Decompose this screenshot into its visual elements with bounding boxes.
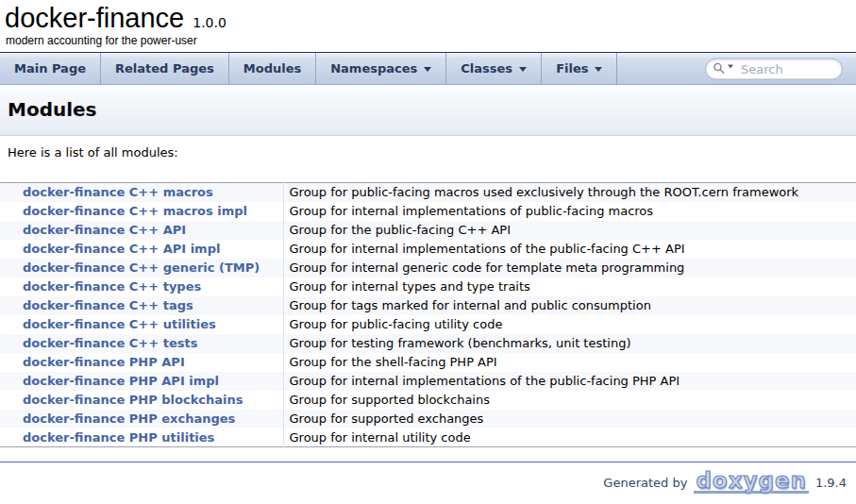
module-link-docker-finance-c-utilities[interactable]: docker-finance C++ utilities: [23, 317, 216, 331]
tab-label: Namespaces: [330, 61, 417, 76]
module-entry-cell: docker-finance C++ generic (TMP): [0, 259, 283, 277]
title-area: docker-finance1.0.0 modern accounting fo…: [0, 0, 856, 52]
module-description: Group for supported exchanges: [283, 410, 856, 428]
tab-label: Related Pages: [115, 61, 214, 76]
tab-modules[interactable]: Modules: [229, 53, 316, 84]
module-description: Group for internal implementations of pu…: [283, 202, 856, 221]
table-row: docker-finance C++ macros impl Group for…: [0, 202, 856, 221]
module-description: Group for supported blockchains: [283, 391, 856, 410]
magnifier-glyph: [713, 62, 726, 76]
tab-classes[interactable]: Classes: [446, 53, 542, 84]
generator-version: 1.9.4: [815, 476, 847, 490]
module-description: Group for testing framework (benchmarks,…: [283, 334, 856, 353]
modules-table-body: docker-finance C++ macros Group for publ…: [0, 183, 856, 447]
module-link-docker-finance-c-macros-impl[interactable]: docker-finance C++ macros impl: [23, 204, 247, 218]
search-icon[interactable]: [713, 62, 733, 76]
table-row: docker-finance C++ API Group for the pub…: [0, 221, 856, 240]
module-entry-cell: docker-finance PHP exchanges: [0, 410, 283, 428]
module-link-docker-finance-c-tags[interactable]: docker-finance C++ tags: [23, 298, 193, 312]
tab-label: Files: [556, 61, 588, 76]
table-row: docker-finance PHP blockchains Group for…: [0, 391, 856, 410]
module-entry-cell: docker-finance C++ tags: [0, 296, 283, 315]
modules-table: docker-finance C++ macros Group for publ…: [0, 182, 856, 447]
tab-main-page[interactable]: Main Page: [0, 53, 101, 84]
module-description: Group for internal implementations of th…: [283, 372, 856, 391]
module-link-docker-finance-php-exchanges[interactable]: docker-finance PHP exchanges: [23, 412, 235, 426]
tab-namespaces[interactable]: Namespaces: [316, 53, 446, 84]
module-entry-cell: docker-finance C++ API: [0, 221, 283, 240]
module-entry-cell: docker-finance PHP API impl: [0, 372, 283, 391]
table-row: docker-finance C++ macros Group for publ…: [0, 183, 856, 202]
table-row: docker-finance C++ types Group for inter…: [0, 277, 856, 296]
tab-files[interactable]: Files: [542, 53, 617, 84]
page-title: Modules: [8, 98, 848, 121]
module-link-docker-finance-php-utilities[interactable]: docker-finance PHP utilities: [23, 430, 214, 445]
generated-by-label: Generated by: [603, 476, 687, 490]
contents: Here is a list of all modules: docker-fi…: [0, 145, 856, 447]
chevron-down-icon: [595, 67, 602, 72]
table-row: docker-finance C++ generic (TMP) Group f…: [0, 259, 856, 277]
module-description: Group for public-facing macros used excl…: [283, 183, 856, 202]
module-link-docker-finance-php-blockchains[interactable]: docker-finance PHP blockchains: [23, 393, 243, 407]
module-entry-cell: docker-finance PHP utilities: [0, 428, 283, 447]
module-link-docker-finance-c-types[interactable]: docker-finance C++ types: [23, 279, 201, 294]
table-row: docker-finance PHP exchanges Group for s…: [0, 410, 856, 428]
module-entry-cell: docker-finance C++ macros impl: [0, 202, 283, 221]
table-row: docker-finance C++ utilities Group for p…: [0, 315, 856, 334]
doxygen-logo[interactable]: doxygen: [694, 471, 809, 494]
module-entry-cell: docker-finance C++ macros: [0, 183, 283, 202]
project-brief: modern accounting for the power-user: [5, 33, 856, 50]
module-link-docker-finance-c-generic-tmp[interactable]: docker-finance C++ generic (TMP): [23, 260, 260, 275]
project-name: docker-finance: [5, 3, 184, 33]
main-nav: Main Page Related Pages Modules Namespac…: [0, 52, 856, 85]
module-link-docker-finance-c-macros[interactable]: docker-finance C++ macros: [23, 185, 213, 199]
module-entry-cell: docker-finance C++ types: [0, 277, 283, 296]
module-entry-cell: docker-finance C++ tests: [0, 334, 283, 353]
search-input[interactable]: [739, 60, 834, 76]
module-description: Group for the shell-facing PHP API: [283, 353, 856, 372]
module-link-docker-finance-c-api-impl[interactable]: docker-finance C++ API impl: [23, 242, 220, 256]
module-link-docker-finance-php-api-impl[interactable]: docker-finance PHP API impl: [23, 374, 219, 388]
module-link-docker-finance-php-api[interactable]: docker-finance PHP API: [23, 355, 185, 369]
tab-label: Modules: [243, 61, 301, 76]
modules-intro-text: Here is a list of all modules:: [8, 145, 848, 160]
module-description: Group for internal types and type traits: [283, 277, 856, 296]
table-row: docker-finance PHP API impl Group for in…: [0, 372, 856, 391]
footer: Generated by doxygen 1.9.4: [0, 462, 856, 494]
table-row: docker-finance C++ tests Group for testi…: [0, 334, 856, 353]
search-menu-arrow-icon: [728, 65, 733, 69]
module-description: Group for internal generic code for temp…: [283, 259, 856, 277]
table-row: docker-finance C++ tags Group for tags m…: [0, 296, 856, 315]
module-entry-cell: docker-finance C++ API impl: [0, 240, 283, 259]
table-row: docker-finance C++ API impl Group for in…: [0, 240, 856, 259]
module-entry-cell: docker-finance C++ utilities: [0, 315, 283, 334]
search-box[interactable]: [705, 58, 843, 79]
page-header: Modules: [0, 85, 856, 136]
module-description: Group for internal utility code: [283, 428, 856, 447]
module-entry-cell: docker-finance PHP blockchains: [0, 391, 283, 410]
module-entry-cell: docker-finance PHP API: [0, 353, 283, 372]
tab-label: Main Page: [14, 61, 86, 76]
module-description: Group for tags marked for internal and p…: [283, 296, 856, 315]
table-row: docker-finance PHP API Group for the she…: [0, 353, 856, 372]
module-link-docker-finance-c-tests[interactable]: docker-finance C++ tests: [23, 336, 197, 350]
module-description: Group for internal implementations of th…: [283, 240, 856, 259]
chevron-down-icon: [519, 67, 527, 72]
module-description: Group for public-facing utility code: [283, 315, 856, 334]
nav-tablist: Main Page Related Pages Modules Namespac…: [0, 53, 617, 84]
module-description: Group for the public-facing C++ API: [283, 221, 856, 240]
chevron-down-icon: [424, 67, 431, 72]
tab-related-pages[interactable]: Related Pages: [101, 53, 229, 84]
tab-label: Classes: [461, 61, 512, 76]
module-link-docker-finance-c-api[interactable]: docker-finance C++ API: [23, 223, 186, 237]
table-row: docker-finance PHP utilities Group for i…: [0, 428, 856, 447]
project-version: 1.0.0: [193, 15, 227, 30]
